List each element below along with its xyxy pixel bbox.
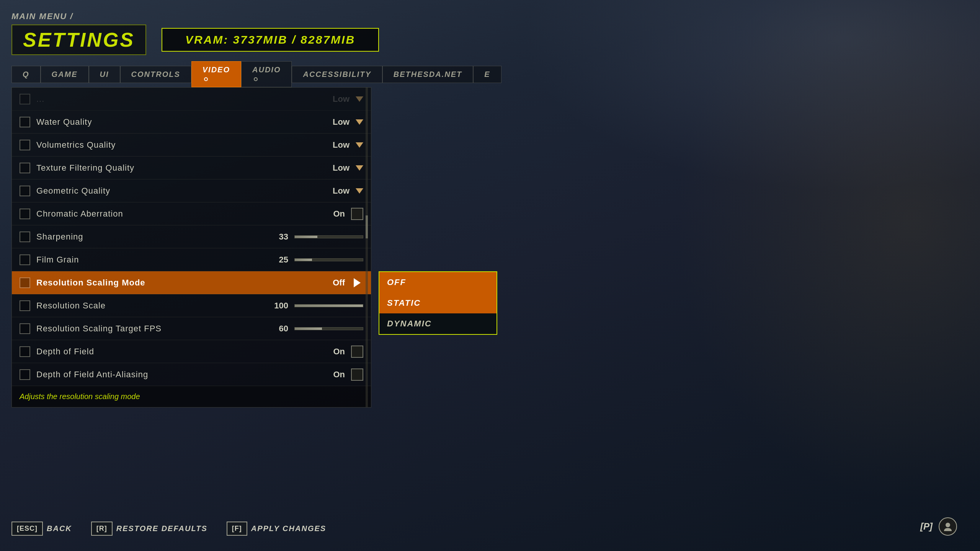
setting-label-dof: Depth of Field bbox=[36, 347, 314, 357]
profile-key-badge: [P] bbox=[920, 521, 933, 532]
row-checkbox-chromatic bbox=[20, 209, 30, 219]
video-tab-icon bbox=[204, 77, 208, 81]
page-title: SETTINGS bbox=[11, 24, 146, 55]
setting-value-texture-filtering: Low bbox=[319, 163, 350, 173]
row-checkbox-texture bbox=[20, 163, 30, 173]
setting-label-geometric: Geometric Quality bbox=[36, 186, 319, 196]
slider-resolution-scale[interactable] bbox=[294, 304, 363, 307]
toggle-dof-aa[interactable] bbox=[351, 368, 363, 381]
setting-value-dof-aa: On bbox=[314, 370, 345, 380]
dropdown-option-static[interactable]: STATIC bbox=[379, 293, 497, 313]
slider-fill-resolution-scale bbox=[295, 305, 363, 307]
row-checkbox-dof-aa bbox=[20, 369, 30, 380]
setting-label-water-quality: Water Quality bbox=[36, 117, 319, 127]
slider-target-fps[interactable] bbox=[294, 327, 363, 330]
row-checkbox-resolution-scaling bbox=[20, 277, 30, 288]
tab-controls[interactable]: CONTROLS bbox=[120, 66, 191, 83]
setting-row-volumetrics[interactable]: Volumetrics Quality Low bbox=[12, 134, 371, 156]
slider-fill-film-grain bbox=[295, 259, 312, 261]
setting-row-water-quality[interactable]: Water Quality Low bbox=[12, 111, 371, 134]
tab-navigation: Q GAME UI CONTROLS VIDEO AUDIO ACCESSIBI… bbox=[11, 61, 379, 87]
apply-changes-button[interactable]: [F] APPLY CHANGES bbox=[227, 522, 326, 536]
tab-audio[interactable]: AUDIO bbox=[241, 61, 292, 87]
setting-row-faded: ... Low bbox=[12, 88, 371, 111]
row-checkbox-sharpening bbox=[20, 231, 30, 242]
row-checkbox-water bbox=[20, 117, 30, 127]
setting-row-target-fps[interactable]: Resolution Scaling Target FPS 60 bbox=[12, 317, 371, 340]
row-checkbox-faded bbox=[20, 94, 30, 104]
bottom-right: [P] bbox=[920, 517, 957, 536]
toggle-dof[interactable] bbox=[351, 346, 363, 358]
setting-value-dof: On bbox=[314, 347, 345, 357]
breadcrumb: MAIN MENU / bbox=[11, 11, 379, 21]
tab-e[interactable]: E bbox=[473, 66, 501, 83]
setting-label-resolution-scaling-mode: Resolution Scaling Mode bbox=[36, 278, 314, 288]
setting-row-texture-filtering[interactable]: Texture Filtering Quality Low bbox=[12, 156, 371, 179]
setting-row-chromatic[interactable]: Chromatic Aberration On bbox=[12, 202, 371, 225]
description-row: Adjusts the resolution scaling mode bbox=[12, 386, 371, 407]
back-label: BACK bbox=[47, 524, 72, 533]
back-key-badge: [ESC] bbox=[11, 522, 43, 536]
tab-q[interactable]: Q bbox=[11, 66, 41, 83]
setting-row-resolution-scaling-mode[interactable]: Resolution Scaling Mode Off OFF STATIC D… bbox=[12, 271, 371, 294]
setting-value-target-fps: 60 bbox=[258, 324, 288, 334]
setting-value-geometric: Low bbox=[319, 186, 350, 196]
tab-game[interactable]: GAME bbox=[41, 66, 89, 83]
slider-fill-target-fps bbox=[295, 328, 322, 330]
setting-value-sharpening: 33 bbox=[258, 232, 288, 242]
svg-point-0 bbox=[946, 523, 950, 527]
dropdown-arrow-geometric bbox=[356, 188, 363, 194]
dropdown-arrow-texture bbox=[356, 165, 363, 171]
tab-bethesda[interactable]: BETHESDA.NET bbox=[382, 66, 474, 83]
restore-defaults-button[interactable]: [R] RESTORE DEFAULTS bbox=[91, 522, 207, 536]
scrollbar[interactable] bbox=[366, 88, 368, 407]
slider-film-grain[interactable] bbox=[294, 258, 363, 261]
apply-key-badge: [F] bbox=[227, 522, 247, 536]
setting-value-water-quality: Low bbox=[319, 117, 350, 127]
setting-label-texture-filtering: Texture Filtering Quality bbox=[36, 163, 319, 173]
vram-display: VRAM: 3737MiB / 8287MiB bbox=[162, 28, 379, 52]
arrow-right-btn[interactable] bbox=[351, 277, 363, 289]
resolution-scaling-dropdown: OFF STATIC DYNAMIC bbox=[379, 271, 497, 335]
dropdown-option-off[interactable]: OFF bbox=[379, 272, 497, 293]
description-text: Adjusts the resolution scaling mode bbox=[20, 392, 140, 401]
restore-key-badge: [R] bbox=[91, 522, 113, 536]
slider-sharpening[interactable] bbox=[294, 235, 363, 238]
setting-row-film-grain[interactable]: Film Grain 25 bbox=[12, 248, 371, 271]
scroll-thumb bbox=[366, 215, 368, 238]
audio-tab-icon bbox=[254, 77, 258, 81]
toggle-chromatic[interactable] bbox=[351, 208, 363, 220]
setting-value-volumetrics: Low bbox=[319, 140, 350, 150]
bottom-bar: [ESC] BACK [R] RESTORE DEFAULTS [F] APPL… bbox=[11, 522, 326, 536]
profile-icon[interactable] bbox=[939, 517, 957, 536]
setting-label-sharpening: Sharpening bbox=[36, 232, 258, 242]
row-checkbox-resolution-scale bbox=[20, 300, 30, 311]
setting-label-dof-aa: Depth of Field Anti-Aliasing bbox=[36, 370, 314, 380]
setting-label-chromatic: Chromatic Aberration bbox=[36, 209, 314, 219]
row-checkbox-geometric bbox=[20, 186, 30, 196]
tab-accessibility[interactable]: ACCESSIBILITY bbox=[292, 66, 382, 83]
dropdown-arrow-faded bbox=[356, 96, 363, 102]
apply-label: APPLY CHANGES bbox=[251, 524, 326, 533]
setting-row-resolution-scale[interactable]: Resolution Scale 100 bbox=[12, 294, 371, 317]
back-button[interactable]: [ESC] BACK bbox=[11, 522, 72, 536]
row-checkbox-film-grain bbox=[20, 254, 30, 265]
row-checkbox-dof bbox=[20, 346, 30, 357]
tab-video[interactable]: VIDEO bbox=[191, 61, 241, 87]
restore-label: RESTORE DEFAULTS bbox=[116, 524, 207, 533]
setting-label-volumetrics: Volumetrics Quality bbox=[36, 140, 319, 150]
setting-value-film-grain: 25 bbox=[258, 255, 288, 265]
settings-panel: ... Low Water Quality Low Volumetrics Qu… bbox=[11, 87, 371, 408]
setting-value-chromatic: On bbox=[314, 209, 345, 219]
bg-building bbox=[635, 0, 980, 551]
tab-ui[interactable]: UI bbox=[89, 66, 120, 83]
ui-container: MAIN MENU / SETTINGS VRAM: 3737MiB / 828… bbox=[11, 11, 379, 408]
setting-value-resolution-scale: 100 bbox=[258, 301, 288, 311]
setting-row-geometric[interactable]: Geometric Quality Low bbox=[12, 179, 371, 202]
setting-row-dof[interactable]: Depth of Field On bbox=[12, 340, 371, 363]
setting-row-sharpening[interactable]: Sharpening 33 bbox=[12, 225, 371, 248]
dropdown-option-dynamic[interactable]: DYNAMIC bbox=[379, 313, 497, 334]
setting-label-target-fps: Resolution Scaling Target FPS bbox=[36, 324, 258, 334]
setting-row-dof-aa[interactable]: Depth of Field Anti-Aliasing On bbox=[12, 363, 371, 386]
setting-value-resolution-scaling-mode: Off bbox=[314, 278, 345, 288]
